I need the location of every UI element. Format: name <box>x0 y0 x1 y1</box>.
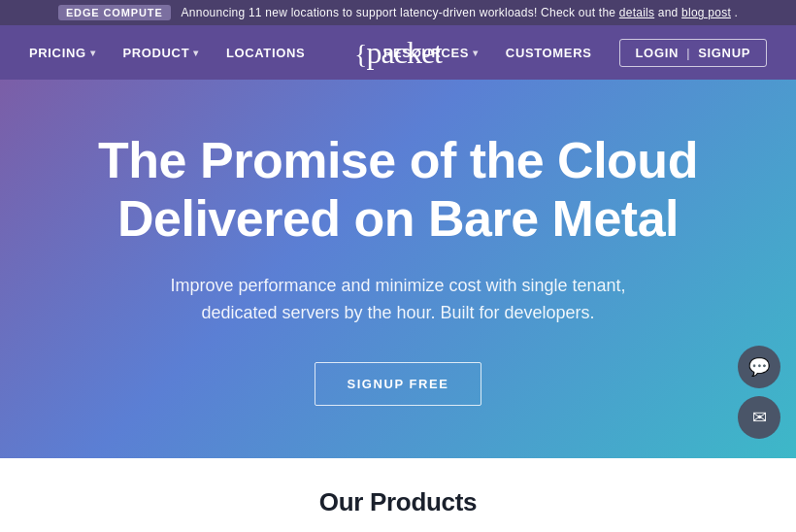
chat-icon: 💬 <box>748 356 770 378</box>
logo-text: packet <box>366 35 442 70</box>
announcement-bar: EDGE COMPUTE Announcing 11 new locations… <box>0 0 796 25</box>
products-heading: Our Products <box>19 487 777 517</box>
nav-auth-buttons[interactable]: LOGIN | SIGNUP <box>619 39 767 67</box>
nav-locations[interactable]: LOCATIONS <box>226 46 305 60</box>
product-chevron-icon: ▾ <box>193 48 199 58</box>
logo[interactable]: {packet <box>354 35 442 71</box>
hero-signup-button[interactable]: SIGNUP FREE <box>315 362 481 406</box>
announcement-label: EDGE COMPUTE <box>58 5 171 20</box>
announcement-link-blog[interactable]: blog post <box>681 6 731 19</box>
mail-icon: ✉ <box>752 407 767 428</box>
logo-bracket: { <box>354 39 366 69</box>
chat-widget: 💬 ✉ <box>738 346 780 439</box>
mail-button[interactable]: ✉ <box>738 396 780 439</box>
nav-left: PRICING ▾ PRODUCT ▾ LOCATIONS <box>29 46 305 60</box>
chat-button[interactable]: 💬 <box>738 346 780 388</box>
hero-subtext: Improve performance and minimize cost wi… <box>165 272 631 328</box>
nav-product[interactable]: PRODUCT ▾ <box>122 46 198 60</box>
hero-heading: The Promise of the Cloud Delivered on Ba… <box>98 132 698 249</box>
pricing-chevron-icon: ▾ <box>90 48 96 58</box>
main-nav: PRICING ▾ PRODUCT ▾ LOCATIONS {packet RE… <box>0 25 796 80</box>
resources-chevron-icon: ▾ <box>473 48 479 58</box>
nav-customers[interactable]: CUSTOMERS <box>506 46 592 60</box>
auth-divider: | <box>686 46 690 60</box>
nav-signup[interactable]: SIGNUP <box>698 46 750 60</box>
hero-section: The Promise of the Cloud Delivered on Ba… <box>0 80 796 458</box>
announcement-link-details[interactable]: details <box>619 6 654 19</box>
announcement-text: Announcing 11 new locations to support l… <box>182 6 616 19</box>
nav-pricing[interactable]: PRICING ▾ <box>29 46 95 60</box>
products-section: Our Products <box>0 458 796 532</box>
nav-login[interactable]: LOGIN <box>636 46 679 60</box>
